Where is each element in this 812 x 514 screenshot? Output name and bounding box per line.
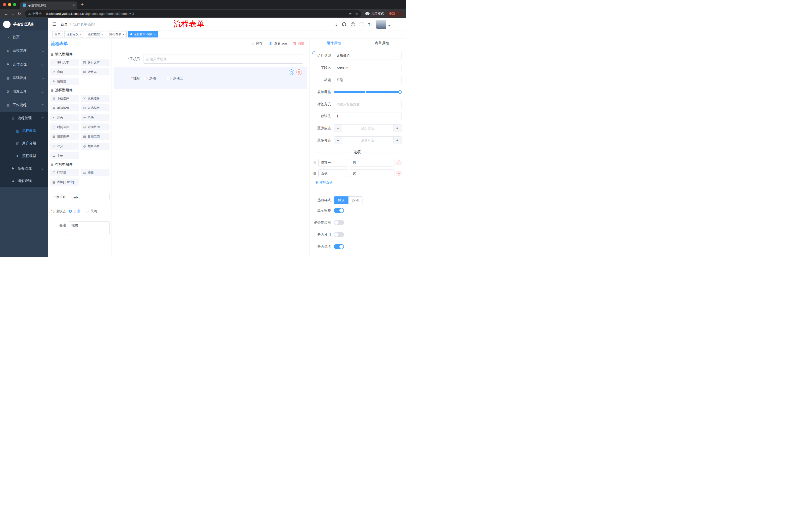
breadcrumb-home[interactable]: 首页 [61, 22, 67, 27]
palette-item-radio-group[interactable]: ◉单选框组 [50, 104, 79, 111]
browser-tab[interactable]: 芋道管理系统 × [20, 1, 77, 9]
window-zoom-button[interactable] [13, 3, 16, 6]
palette-item-editor[interactable]: ✎编辑器 [50, 78, 79, 85]
help-icon[interactable]: ? [351, 22, 355, 26]
border-switch[interactable] [334, 220, 344, 225]
tab-close-icon[interactable]: × [73, 3, 75, 7]
copy-field-button[interactable] [289, 70, 294, 75]
palette-item-color-picker[interactable]: ◍颜色选择 [81, 142, 110, 150]
component-type-value[interactable] [334, 52, 402, 60]
password-key-icon[interactable] [349, 12, 352, 16]
slider-track[interactable] [334, 91, 402, 93]
tag-close-icon[interactable]: × [80, 33, 82, 36]
palette-item-switch[interactable]: ◐开关 [50, 114, 79, 121]
sidebar-item-devtools[interactable]: ⚒ 研发工具 [0, 85, 48, 98]
forward-button[interactable]: → [9, 11, 16, 16]
add-option-button[interactable]: ⊕ 添加选项 [315, 180, 402, 185]
bookmark-star-icon[interactable]: ☆ [355, 12, 358, 16]
required-switch[interactable] [334, 244, 344, 249]
drag-handle-icon[interactable]: ☰ [313, 171, 316, 175]
default-value-input[interactable] [334, 112, 402, 120]
tag-close-icon[interactable]: × [154, 33, 156, 36]
sidebar-item-leave-query[interactable]: ♟ 请假查询 [0, 175, 48, 187]
min-select-placeholder[interactable]: 至少应选 [342, 125, 393, 132]
site-security-indicator[interactable]: ⚠ 不安全 [28, 11, 42, 16]
palette-item-table[interactable]: ▦表格[开发中] [50, 179, 79, 186]
window-close-button[interactable] [3, 3, 6, 6]
reload-button[interactable]: ↻ [16, 11, 23, 16]
canvas-field-gender[interactable]: *性别 选项一 选项二 [114, 67, 307, 89]
status-radio-on[interactable]: 开启 [69, 209, 80, 214]
palette-item-slider[interactable]: ⊸滑块 [81, 114, 110, 121]
link-icon[interactable] [311, 50, 316, 55]
field-name-input[interactable] [334, 64, 402, 72]
window-minimize-button[interactable] [8, 3, 11, 6]
tag-close-icon[interactable]: × [101, 33, 103, 36]
canvas-field-phone[interactable]: *手机号 [114, 53, 307, 65]
tag-process-form-edit[interactable]: 流程表单-编辑 × [128, 31, 158, 37]
phone-input[interactable] [143, 55, 303, 64]
tag-process-definition[interactable]: 流程定义 × [64, 31, 84, 37]
status-radio-off[interactable]: 关闭 [86, 209, 97, 214]
sidebar-item-payment[interactable]: ¥ 支付管理 [0, 58, 48, 71]
increase-button[interactable]: + [393, 137, 401, 144]
label-width-input[interactable] [334, 100, 402, 108]
style-button-button[interactable]: 按钮 [348, 196, 363, 204]
avatar-caret-icon[interactable] [388, 25, 390, 27]
user-avatar[interactable] [376, 20, 386, 29]
browser-menu-icon[interactable]: ⋮ [397, 12, 401, 16]
sidebar-item-task-management[interactable]: ⚑ 任务管理 [0, 162, 48, 175]
increase-button[interactable]: + [393, 125, 401, 132]
palette-item-select[interactable]: ◎下拉选择 [50, 95, 79, 102]
palette-item-button[interactable]: ▬按钮 [81, 169, 110, 176]
palette-item-date-range[interactable]: ▩日期范围 [81, 133, 110, 140]
sidebar-item-home[interactable]: ◔ 首页 [0, 30, 48, 44]
form-remark-textarea[interactable]: 嘿嘿 [69, 221, 110, 235]
palette-item-multi-line-text[interactable]: ▤多行文本 [81, 59, 110, 66]
option-1-value-input[interactable] [350, 159, 395, 166]
back-button[interactable]: ← [3, 11, 9, 16]
sidebar-item-process-form[interactable]: ▥ 流程表单 [0, 125, 48, 137]
tab-form-properties[interactable]: 表单属性 [358, 38, 406, 48]
form-name-input[interactable] [69, 193, 110, 201]
palette-item-date-picker[interactable]: ▦日期选择 [50, 133, 79, 140]
palette-item-checkbox-group[interactable]: ☑多选框组 [81, 104, 110, 111]
font-size-icon[interactable]: TT [368, 22, 372, 26]
view-json-button[interactable]: 查看json [268, 41, 287, 46]
tag-process-model[interactable]: 流程模型 × [86, 31, 106, 37]
tag-home[interactable]: 首页 [52, 31, 63, 37]
palette-item-rate[interactable]: ☆评分 [50, 142, 79, 150]
sidebar-item-workflow[interactable]: ▦ 工作流程 [0, 98, 48, 112]
sidebar-item-infrastructure[interactable]: ▤ 基础设施 [0, 71, 48, 85]
delete-field-button[interactable] [296, 70, 302, 75]
palette-item-password[interactable]: ⚲密码 [50, 69, 79, 76]
palette-item-row-container[interactable]: ▢行容器 [50, 169, 79, 176]
decrease-button[interactable]: − [334, 125, 342, 132]
save-button[interactable]: ✓ 保存 [252, 41, 263, 46]
github-icon[interactable] [342, 22, 346, 27]
tab-component-properties[interactable]: 组件属性 [310, 38, 358, 48]
fullscreen-icon[interactable] [359, 22, 364, 26]
palette-item-time-range[interactable]: ◶时间范围 [81, 124, 110, 131]
tag-process-form[interactable]: 流程表单 × [107, 31, 127, 37]
style-default-button[interactable]: 默认 [334, 196, 348, 204]
address-bar[interactable]: ⚠ 不安全 dashboard.yudao.iocoder.cn /bpm/ma… [25, 10, 361, 17]
component-type-select[interactable] [334, 52, 402, 60]
grid-slider[interactable] [334, 88, 402, 96]
option-2-name-input[interactable] [318, 169, 348, 177]
option-1-name-input[interactable] [318, 159, 348, 166]
sidebar-item-user-group[interactable]: ◫ 用户分组 [0, 137, 48, 150]
tag-close-icon[interactable]: × [122, 33, 124, 36]
drag-handle-icon[interactable]: ☰ [313, 161, 316, 165]
gender-option-2-checkbox[interactable]: 选项二 [167, 76, 183, 81]
remove-option-button[interactable]: − [397, 160, 402, 165]
max-select-placeholder[interactable]: 最多可选 [342, 137, 393, 144]
new-tab-button[interactable]: + [81, 2, 84, 7]
option-2-value-input[interactable] [350, 169, 395, 177]
palette-item-time-picker[interactable]: ◷时间选择 [50, 124, 79, 131]
search-icon[interactable] [333, 22, 338, 26]
sidebar-item-system[interactable]: ⚙ 系统管理 [0, 44, 48, 58]
title-input[interactable] [334, 76, 402, 84]
sidebar-item-process-management[interactable]: ☰ 流程管理 [0, 112, 48, 125]
show-label-switch[interactable] [334, 208, 344, 213]
